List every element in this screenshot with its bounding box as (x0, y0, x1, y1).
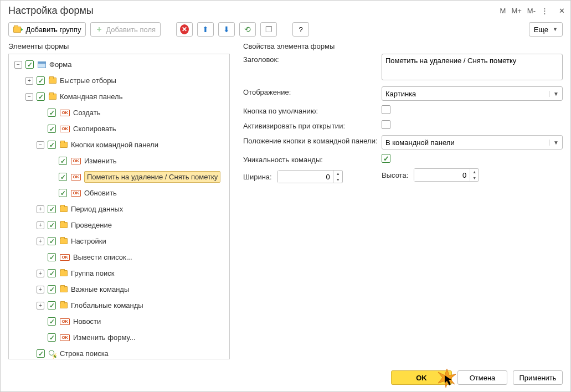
width-spinner[interactable]: ▲ ▼ (277, 170, 343, 183)
tree-item-label: Вывести список... (73, 252, 132, 262)
memory-mminus[interactable]: M- (527, 7, 536, 15)
activate-checkbox[interactable] (382, 120, 390, 129)
tree-row[interactable]: −Форма (9, 56, 229, 73)
checkbox-icon[interactable] (48, 253, 56, 261)
checkbox-icon[interactable] (48, 125, 56, 133)
tree-row[interactable]: +Глобальные команды (9, 297, 229, 313)
checkbox-icon[interactable] (48, 301, 56, 310)
checkbox-icon[interactable] (48, 285, 56, 293)
cancel-label: Отмена (470, 374, 496, 382)
ok-badge-icon: OK (71, 174, 81, 180)
ok-badge-icon: OK (60, 110, 70, 116)
tree-row[interactable]: +Группа поиск (9, 265, 229, 281)
copy-button[interactable]: ❐ (260, 22, 277, 37)
tree-row[interactable]: OKВывести список... (9, 249, 229, 265)
checkbox-icon[interactable] (25, 60, 34, 69)
tree-row[interactable]: OKНовости (9, 313, 229, 329)
apply-button[interactable]: Применить (513, 370, 563, 385)
chevron-down-icon: ▼ (549, 140, 559, 146)
add-group-button[interactable]: + Добавить группу (8, 22, 86, 37)
memory-mplus[interactable]: M+ (511, 7, 521, 15)
checkbox-icon[interactable] (37, 349, 45, 358)
add-fields-label: Добавить поля (106, 25, 156, 34)
default-btn-checkbox[interactable] (382, 105, 390, 114)
tree-item-label: Форма (49, 59, 72, 70)
width-input[interactable] (278, 171, 333, 183)
checkbox-icon[interactable] (48, 141, 56, 149)
tree-row[interactable]: OKОбновить (9, 185, 229, 201)
tree-item-label: Глобальные команды (71, 300, 143, 311)
expand-icon[interactable]: + (37, 302, 44, 310)
width-down-icon[interactable]: ▼ (334, 177, 342, 183)
checkbox-icon[interactable] (59, 157, 67, 165)
tree-row[interactable]: −Командная панель (9, 89, 229, 105)
tree-row[interactable]: OKСкопировать (9, 121, 229, 137)
tree-row[interactable]: OKСоздать (9, 105, 229, 121)
height-up-icon[interactable]: ▲ (470, 169, 479, 175)
checkbox-icon[interactable] (48, 109, 56, 117)
ok-badge-icon: OK (60, 334, 70, 341)
expand-icon[interactable]: + (25, 77, 33, 85)
tree-row[interactable]: +Важные команды (9, 281, 229, 297)
memory-m[interactable]: M (500, 7, 506, 15)
delete-button[interactable]: ✕ (176, 22, 193, 37)
height-spinner[interactable]: ▲ ▼ (414, 168, 479, 182)
checkbox-icon[interactable] (37, 92, 45, 101)
move-down-button[interactable]: ⬇ (218, 22, 235, 37)
position-select[interactable]: В командной панели ▼ (382, 135, 563, 149)
left-pane-title: Элементы формы (8, 42, 230, 50)
header-input[interactable]: Пометить на удаление / Снять пометку (382, 54, 563, 80)
height-down-icon[interactable]: ▼ (470, 175, 479, 181)
position-label: Положение кнопки в командной панели: (243, 135, 382, 145)
more-button[interactable]: Еще ▼ (529, 22, 563, 37)
checkbox-icon[interactable] (59, 189, 67, 197)
add-fields-button[interactable]: ＋ Добавить поля (90, 22, 161, 37)
tree-row[interactable]: +Настройки (9, 233, 229, 249)
checkbox-icon[interactable] (48, 333, 56, 342)
close-icon[interactable]: ✕ (559, 7, 565, 15)
ok-badge-icon: OK (71, 190, 81, 197)
expand-icon[interactable]: + (37, 221, 44, 229)
unique-checkbox[interactable] (382, 154, 390, 163)
tree-row[interactable]: ⚡Строка поиска (9, 345, 229, 359)
more-menu-icon[interactable]: ⋮ (541, 7, 549, 15)
window-title: Настройка формы (8, 5, 500, 17)
expand-icon[interactable]: + (37, 205, 44, 213)
restore-button[interactable]: ⟲ (239, 22, 256, 37)
ok-button[interactable]: OK (391, 370, 452, 385)
tree-row[interactable]: +Быстрые отборы (9, 73, 229, 89)
position-value: В командной панели (385, 138, 455, 147)
checkbox-icon[interactable] (48, 317, 56, 326)
height-input[interactable] (414, 169, 470, 181)
checkbox-icon[interactable] (59, 173, 67, 181)
tree-item-label: Кнопки командной панели (71, 140, 158, 150)
tree-row[interactable]: OKИзменить форму... (9, 329, 229, 345)
expand-icon[interactable]: + (37, 238, 44, 245)
collapse-icon[interactable]: − (25, 93, 33, 101)
collapse-icon[interactable]: − (37, 141, 44, 149)
tree-row[interactable]: OKПометить на удаление / Снять пометку (9, 169, 229, 185)
cancel-button[interactable]: Отмена (457, 370, 507, 385)
collapse-icon[interactable]: − (14, 61, 22, 69)
checkbox-icon[interactable] (48, 269, 56, 277)
checkbox-icon[interactable] (48, 221, 56, 229)
width-label: Ширина: (243, 173, 272, 181)
checkbox-icon[interactable] (37, 76, 45, 85)
folder-icon (60, 142, 68, 148)
form-tree[interactable]: −Форма+Быстрые отборы−Командная панельOK… (9, 54, 229, 359)
checkbox-icon[interactable] (48, 237, 56, 245)
checkbox-icon[interactable] (48, 205, 56, 213)
copy-icon: ❐ (265, 25, 272, 34)
tree-row[interactable]: OKИзменить (9, 153, 229, 169)
width-up-icon[interactable]: ▲ (334, 171, 342, 177)
plus-icon: ＋ (95, 24, 103, 34)
tree-row[interactable]: −Кнопки командной панели (9, 137, 229, 153)
display-select[interactable]: Картинка ▼ (382, 86, 563, 101)
move-up-button[interactable]: ⬆ (197, 22, 214, 37)
tree-row[interactable]: +Проведение (9, 217, 229, 233)
folder-icon (60, 238, 68, 244)
expand-icon[interactable]: + (37, 286, 44, 293)
tree-row[interactable]: +Период данных (9, 201, 229, 217)
expand-icon[interactable]: + (37, 270, 44, 277)
help-button[interactable]: ? (292, 22, 309, 37)
